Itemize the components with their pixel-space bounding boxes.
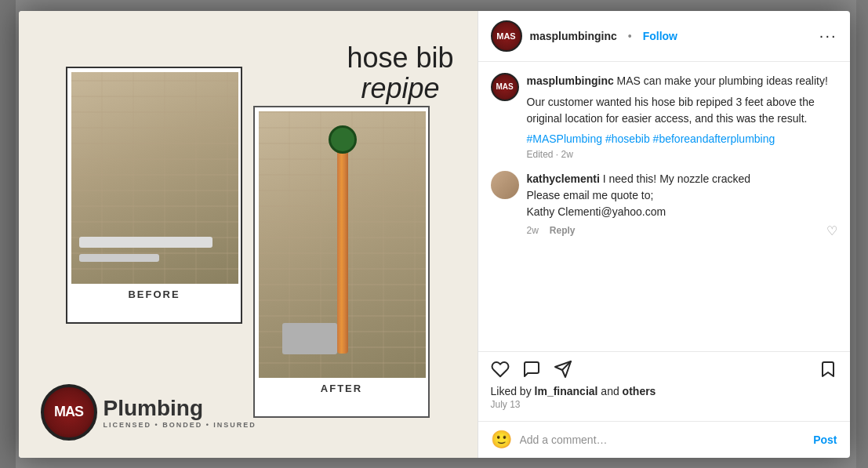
pipe-2 xyxy=(79,254,159,262)
comment-button[interactable] xyxy=(522,360,541,379)
logo-circle: MAS xyxy=(41,384,97,441)
logo-text: Plumbing LICENSED • BONDED • INSURED xyxy=(104,396,256,429)
modal-overlay: hose bib repipe BEFORE xyxy=(0,0,868,468)
bookmark-button[interactable] xyxy=(819,360,837,379)
pipes-overlay xyxy=(79,237,212,268)
copper-pipe xyxy=(337,127,348,354)
user-comment-row: kathyclementi I need this! My nozzle cra… xyxy=(491,171,837,238)
liked-by-others: others xyxy=(623,385,656,397)
post-comment-button[interactable]: Post xyxy=(813,434,837,446)
header-avatar-text: MAS xyxy=(496,31,515,41)
header-username: masplumbinginc xyxy=(530,30,617,42)
post-modal: hose bib repipe BEFORE xyxy=(19,11,850,458)
emoji-button[interactable]: 🙂 xyxy=(491,430,512,450)
comment-like-icon[interactable]: ♡ xyxy=(826,223,837,238)
liked-by-text: Liked by lm_financial and others xyxy=(491,385,837,397)
reply-button[interactable]: Reply xyxy=(550,225,576,236)
pipe-valve xyxy=(329,125,357,154)
post-header: MAS masplumbinginc • Follow ··· xyxy=(478,11,850,62)
main-comment-tags[interactable]: #MASPlumbing #hosebib #beforeandafterplu… xyxy=(527,132,775,145)
liked-by-prefix: Liked by xyxy=(491,385,535,397)
like-button[interactable] xyxy=(491,360,510,379)
before-image xyxy=(71,72,238,284)
share-button[interactable] xyxy=(554,360,572,379)
user-comment-avatar xyxy=(491,171,519,199)
main-comment-body-text: Our customer wanted his hose bib repiped… xyxy=(527,96,815,125)
liked-by-username[interactable]: lm_financial xyxy=(535,385,598,397)
logo-plumbing-text: Plumbing xyxy=(104,396,256,421)
after-image-container: AFTER xyxy=(253,106,430,418)
more-options-button[interactable]: ··· xyxy=(819,27,837,45)
comment-time: 2w xyxy=(527,225,539,236)
main-comment-edited: Edited · 2w xyxy=(527,149,837,160)
main-comment-avatar-text: MAS xyxy=(496,82,513,91)
before-after-images: BEFORE AFTER xyxy=(66,67,430,418)
before-image-container: BEFORE xyxy=(66,67,242,324)
post-detail-panel: MAS masplumbinginc • Follow ··· MAS masp… xyxy=(478,11,850,458)
after-image xyxy=(259,111,426,378)
post-image-panel: hose bib repipe BEFORE xyxy=(19,11,478,458)
logo-circle-text: MAS xyxy=(54,404,83,420)
after-label: AFTER xyxy=(259,378,424,394)
add-comment-row: 🙂 Post xyxy=(478,421,850,458)
comment-input[interactable] xyxy=(520,434,806,446)
main-comment-username[interactable]: masplumbinginc xyxy=(527,74,614,87)
main-comment-body: masplumbinginc MAS can make your plumbin… xyxy=(527,73,837,160)
gray-box xyxy=(282,323,337,354)
action-icons-row xyxy=(491,360,837,379)
post-date: July 13 xyxy=(491,399,837,410)
main-comment-text: MAS can make your plumbing ideas reality… xyxy=(614,74,828,87)
main-comment-avatar: MAS xyxy=(491,73,519,101)
logo-area: MAS Plumbing LICENSED • BONDED • INSURED xyxy=(41,384,256,441)
bg-strip-left xyxy=(0,0,16,468)
user-comment-username[interactable]: kathyclementi xyxy=(527,172,600,185)
header-separator: • xyxy=(628,30,632,42)
main-post-comment: MAS masplumbinginc MAS can make your plu… xyxy=(491,73,837,160)
liked-by-suffix: and xyxy=(597,385,622,397)
actions-bar: Liked by lm_financial and others July 13 xyxy=(478,351,850,421)
comments-area[interactable]: MAS masplumbinginc MAS can make your plu… xyxy=(478,62,850,351)
pipe-1 xyxy=(79,237,212,248)
header-avatar: MAS xyxy=(491,20,522,52)
post-title-normal: hose bib xyxy=(347,42,453,74)
comment-reply-row: 2w Reply ♡ xyxy=(527,223,837,238)
bg-strip-right xyxy=(856,0,868,468)
post-title-block: hose bib repipe xyxy=(347,42,453,104)
logo-subtitle: LICENSED • BONDED • INSURED xyxy=(104,421,256,429)
follow-button[interactable]: Follow xyxy=(643,30,677,42)
post-title-italic: repipe xyxy=(347,73,453,104)
user-comment-body: kathyclementi I need this! My nozzle cra… xyxy=(527,171,837,238)
before-label: BEFORE xyxy=(71,284,237,300)
